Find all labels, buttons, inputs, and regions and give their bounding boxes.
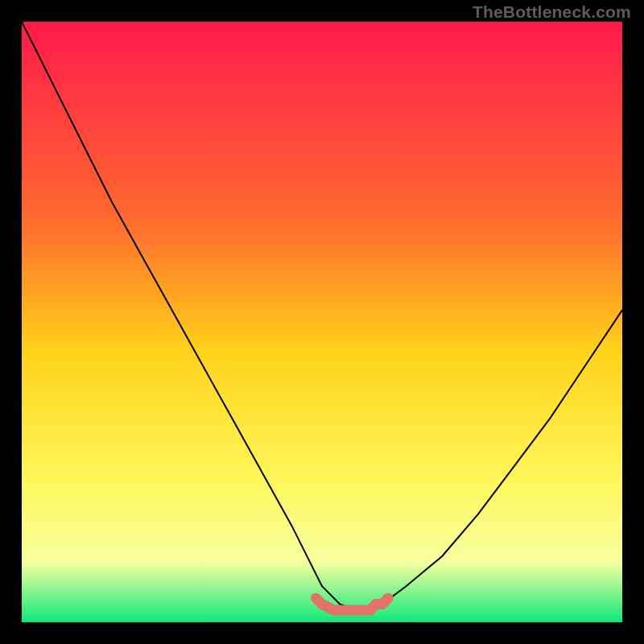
gradient-background (22, 22, 622, 622)
watermark-label: TheBottleneck.com (473, 2, 631, 22)
bottleneck-plot (22, 22, 622, 622)
chart-frame: TheBottleneck.com (0, 0, 644, 644)
